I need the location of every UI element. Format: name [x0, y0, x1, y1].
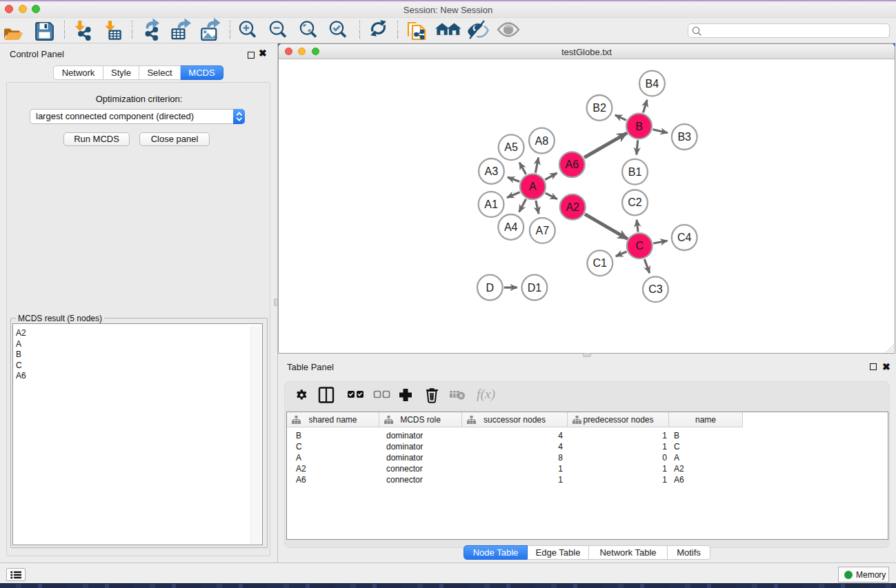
svg-text:B2: B2 — [593, 102, 606, 114]
svg-text:A6: A6 — [566, 159, 579, 170]
svg-text:A3: A3 — [485, 165, 499, 177]
svg-text:A5: A5 — [504, 141, 518, 153]
svg-text:B4: B4 — [646, 78, 659, 90]
svg-text:D: D — [486, 282, 495, 294]
svg-text:B3: B3 — [677, 131, 691, 143]
svg-text:A2: A2 — [566, 201, 579, 213]
svg-text:A: A — [529, 181, 537, 192]
svg-text:C1: C1 — [593, 257, 608, 269]
svg-text:C2: C2 — [628, 196, 642, 208]
svg-text:C4: C4 — [677, 232, 692, 243]
svg-text:C3: C3 — [648, 283, 663, 295]
svg-text:A4: A4 — [504, 221, 518, 233]
svg-text:D1: D1 — [528, 282, 542, 294]
svg-text:B1: B1 — [628, 166, 642, 178]
svg-text:A8: A8 — [535, 135, 549, 147]
svg-text:B: B — [635, 121, 643, 132]
svg-text:f(x): f(x) — [477, 387, 495, 402]
svg-text:C: C — [635, 240, 644, 252]
svg-text:A7: A7 — [536, 225, 550, 236]
svg-text:A1: A1 — [484, 199, 498, 210]
